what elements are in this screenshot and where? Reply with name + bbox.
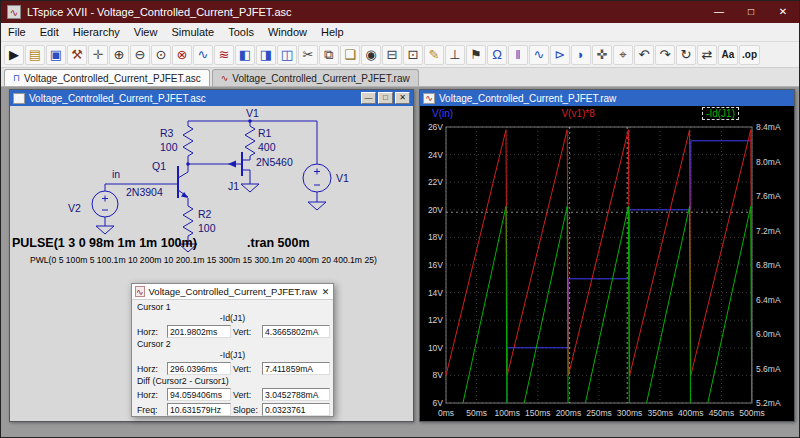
menu-file[interactable]: File — [1, 24, 33, 40]
component-icon[interactable]: ◗ — [571, 45, 591, 65]
y-left-tick-label: 20V — [428, 205, 443, 215]
q1-model-label[interactable]: 2N3904 — [126, 186, 163, 198]
v2-name-label[interactable]: V2 — [68, 202, 81, 214]
resistor-r1[interactable] — [245, 126, 255, 156]
waveform-window-titlebar[interactable]: ∿ Voltage_Controlled_Current_PJFET.raw — [420, 90, 794, 106]
y-left-tick-label: 10V — [428, 343, 443, 353]
text-icon[interactable]: Aa — [718, 45, 738, 65]
minimize-button[interactable]: — — [703, 1, 735, 23]
menu-simulate[interactable]: Simulate — [164, 24, 221, 40]
transistor-q1[interactable] — [178, 166, 188, 198]
resistor-icon[interactable]: Ω — [487, 45, 507, 65]
spectrum-icon[interactable]: ≋ — [214, 45, 234, 65]
resistor-r2[interactable] — [183, 206, 193, 236]
print-icon[interactable]: ⊟ — [382, 45, 402, 65]
q1-name-label[interactable]: Q1 — [152, 160, 166, 172]
schematic-doc-icon: ⊓ — [13, 93, 25, 104]
tile-vertical-icon[interactable]: ◧ — [235, 45, 255, 65]
zoom-in-icon[interactable]: ⊕ — [109, 45, 129, 65]
v1-name-label[interactable]: V1 — [336, 172, 349, 184]
schematic-window-titlebar[interactable]: ⊓ Voltage_Controlled_Current_PJFET.asc —… — [10, 90, 413, 106]
copy-icon[interactable]: ⧉ — [319, 45, 339, 65]
cascade-windows-icon[interactable]: ◫ — [277, 45, 297, 65]
capacitor-icon[interactable]: ‖ — [508, 45, 528, 65]
pan-icon[interactable]: ✛ — [88, 45, 108, 65]
cursor1-vert-value[interactable]: 4.3665802mA — [262, 325, 330, 338]
diode-icon[interactable]: ⊳ — [550, 45, 570, 65]
r2-name-label[interactable]: R2 — [198, 208, 212, 220]
rotate-icon[interactable]: ↻ — [676, 45, 696, 65]
freq-value[interactable]: 10.631579Hz — [167, 403, 231, 416]
ground-icon[interactable]: ⊥ — [445, 45, 465, 65]
drag-icon[interactable]: ⌖ — [613, 45, 633, 65]
r2-value-label[interactable]: 100 — [198, 222, 216, 234]
menu-view[interactable]: View — [127, 24, 165, 40]
x-tick-label: 50ms — [466, 408, 487, 418]
pulse-directive[interactable]: PULSE(1 3 0 98m 1m 1m 100m) — [12, 236, 197, 250]
x-tick-label: 0ms — [438, 408, 454, 418]
cursor-dialog-close-button[interactable]: ✕ — [321, 287, 330, 297]
r1-name-label[interactable]: R1 — [258, 127, 272, 139]
y-right-tick-label: 8.0mA — [756, 157, 781, 167]
find-icon[interactable]: ◉ — [361, 45, 381, 65]
schematic-maximize-button[interactable]: □ — [378, 92, 393, 104]
net-flag-in[interactable]: in — [112, 168, 120, 180]
control-panel-icon[interactable]: ⚒ — [67, 45, 87, 65]
mdi-area: ⊓ Voltage_Controlled_Current_PJFET.asc —… — [1, 87, 799, 438]
inductor-icon[interactable]: ∿ — [529, 45, 549, 65]
mirror-icon[interactable]: ⇄ — [697, 45, 717, 65]
zoom-out-icon[interactable]: ⊖ — [130, 45, 150, 65]
legend-V(in)[interactable]: V(in) — [432, 108, 453, 119]
r1-value-label[interactable]: 400 — [258, 141, 276, 153]
diff-horz-value[interactable]: 94.059406ms — [167, 388, 231, 401]
tab-waveform[interactable]: ∿Voltage_Controlled_Current_PJFET.raw — [212, 69, 419, 86]
voltage-source-v1[interactable] — [303, 164, 331, 192]
maximize-button[interactable]: □ — [735, 1, 767, 23]
close-button[interactable]: ✕ — [767, 1, 799, 23]
run-icon[interactable]: ▶ — [4, 45, 24, 65]
x-tick-label: 350ms — [647, 408, 673, 418]
print-preview-icon[interactable]: ⊡ — [403, 45, 423, 65]
pwl-directive[interactable]: PWL(0 5 100m 5 100.1m 10 200m 10 200.1m … — [30, 255, 377, 265]
legend-V(v1)*8[interactable]: V(v1)*8 — [561, 108, 594, 119]
undo-icon[interactable]: ↶ — [634, 45, 654, 65]
tran-directive[interactable]: .tran 500m — [247, 236, 310, 250]
wire-pencil-icon[interactable]: ✎ — [424, 45, 444, 65]
y-left-tick-label: 6V — [433, 398, 444, 408]
cursor-dialog-titlebar[interactable]: ∿ Voltage_Controlled_Current_PJFET.raw ✕ — [132, 284, 333, 300]
zoom-extents-icon[interactable]: ⊗ — [172, 45, 192, 65]
cursor2-vert-value[interactable]: 7.411859mA — [262, 362, 330, 375]
j1-name-label[interactable]: J1 — [228, 180, 239, 192]
slope-value[interactable]: 0.0323761 — [262, 403, 330, 416]
r3-name-label[interactable]: R3 — [160, 127, 174, 139]
menu-edit[interactable]: Edit — [33, 24, 66, 40]
menu-window[interactable]: Window — [261, 24, 314, 40]
schematic-close-button[interactable]: ✕ — [395, 92, 410, 104]
resistor-r3[interactable] — [183, 126, 193, 156]
waveform-plot[interactable]: 0ms50ms100ms150ms200ms250ms300ms350ms400… — [420, 121, 794, 421]
j1-model-label[interactable]: 2N5460 — [256, 156, 293, 168]
net-label-icon[interactable]: ⚑ — [466, 45, 486, 65]
open-icon[interactable]: ▤ — [25, 45, 45, 65]
paste-icon[interactable]: ❏ — [340, 45, 360, 65]
menu-hierarchy[interactable]: Hierarchy — [66, 24, 127, 40]
menu-tools[interactable]: Tools — [221, 24, 261, 40]
legend--Id(J1)[interactable]: -Id(J1) — [703, 108, 738, 119]
diff-vert-value[interactable]: 3.0452788mA — [262, 388, 330, 401]
move-icon[interactable]: ✜ — [592, 45, 612, 65]
redo-icon[interactable]: ↷ — [655, 45, 675, 65]
tile-horizontal-icon[interactable]: ◨ — [256, 45, 276, 65]
cursor2-horz-value[interactable]: 296.0396ms — [167, 362, 231, 375]
net-flag-v1[interactable]: V1 — [246, 107, 259, 119]
cut-icon[interactable]: ✂ — [298, 45, 318, 65]
spice-directive-icon[interactable]: .op — [739, 45, 760, 65]
voltage-source-v2[interactable] — [92, 191, 118, 217]
save-icon[interactable]: ▣ — [46, 45, 66, 65]
schematic-minimize-button[interactable]: — — [361, 92, 376, 104]
zoom-back-icon[interactable]: ⊙ — [151, 45, 171, 65]
tab-schematic[interactable]: ⊓Voltage_Controlled_Current_PJFET.asc — [4, 69, 210, 86]
cursor1-horz-value[interactable]: 201.9802ms — [167, 325, 231, 338]
r3-value-label[interactable]: 100 — [160, 141, 178, 153]
autorange-icon[interactable]: ∿ — [193, 45, 213, 65]
menu-help[interactable]: Help — [314, 24, 351, 40]
